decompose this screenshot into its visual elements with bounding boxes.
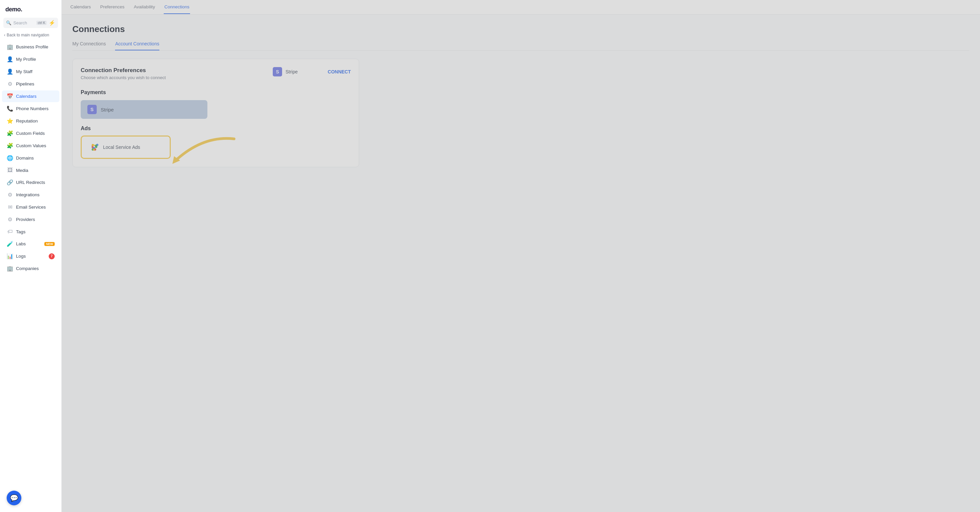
payments-stripe-name: Stripe — [101, 107, 114, 112]
sidebar-item-pipelines[interactable]: ⚙ Pipelines — [2, 78, 59, 90]
sidebar-item-label: Logs — [16, 254, 46, 259]
my-profile-icon: 👤 — [7, 56, 13, 62]
search-icon: 🔍 — [6, 20, 11, 26]
top-navigation-tabs: Calendars Preferences Availability Conne… — [62, 0, 980, 15]
labs-new-badge: new — [45, 242, 55, 246]
logs-icon: 📊 — [7, 253, 13, 259]
custom-values-icon: 🧩 — [7, 142, 13, 149]
sidebar-item-label: Tags — [16, 229, 55, 234]
sidebar-item-email-services[interactable]: ✉ Email Services — [2, 201, 59, 213]
page-content: Connections My Connections Account Conne… — [62, 15, 980, 512]
url-redirects-icon: 🔗 — [7, 179, 13, 185]
email-services-icon: ✉ — [7, 204, 13, 210]
connection-prefs-title: Connection Preferences — [81, 67, 166, 74]
sidebar-item-label: Custom Values — [16, 143, 55, 148]
sidebar-item-label: Reputation — [16, 118, 55, 123]
domains-icon: 🌐 — [7, 155, 13, 161]
sidebar-item-reputation[interactable]: ⭐ Reputation — [2, 115, 59, 127]
tab-preferences[interactable]: Preferences — [100, 0, 126, 14]
connect-button[interactable]: CONNECT — [328, 69, 351, 75]
sidebar-item-label: My Staff — [16, 69, 55, 74]
sidebar-item-logs[interactable]: 📊 Logs 7 — [2, 250, 59, 262]
sidebar-item-label: Integrations — [16, 192, 55, 197]
phone-numbers-icon: 📞 — [7, 105, 13, 112]
app-logo: demo. — [0, 0, 61, 16]
sub-navigation-tabs: My Connections Account Connections — [72, 41, 969, 51]
arrow-svg — [171, 132, 237, 172]
local-service-ads-label: Local Service Ads — [103, 145, 140, 150]
sub-tab-my-connections[interactable]: My Connections — [72, 41, 106, 50]
pipelines-icon: ⚙ — [7, 81, 13, 87]
sidebar-item-phone-numbers[interactable]: 📞 Phone Numbers — [2, 103, 59, 115]
search-placeholder: Search — [13, 20, 34, 26]
sidebar-item-media[interactable]: 🖼 Media — [2, 164, 59, 176]
search-shortcut: ctrl K — [37, 21, 47, 25]
payments-stripe-logo: S — [88, 105, 97, 114]
payments-stripe-card[interactable]: S Stripe — [81, 100, 207, 119]
sidebar-item-domains[interactable]: 🌐 Domains — [2, 152, 59, 164]
sidebar-item-my-staff[interactable]: 👤 My Staff — [2, 66, 59, 77]
back-nav-label: Back to main navigation — [7, 33, 49, 37]
stripe-connect-row: S Stripe CONNECT — [273, 67, 351, 77]
sidebar-item-my-profile[interactable]: 👤 My Profile — [2, 53, 59, 65]
tab-connections[interactable]: Connections — [164, 0, 190, 14]
tab-availability[interactable]: Availability — [133, 0, 156, 14]
sidebar-item-url-redirects[interactable]: 🔗 URL Redirects — [2, 177, 59, 188]
sidebar-item-tags[interactable]: 🏷 Tags — [2, 226, 59, 237]
integrations-icon: ⚙ — [7, 191, 13, 198]
custom-fields-icon: 🧩 — [7, 130, 13, 137]
reputation-icon: ⭐ — [7, 118, 13, 124]
sidebar-item-label: Companies — [16, 266, 55, 271]
sidebar-item-label: Email Services — [16, 204, 55, 210]
sidebar-item-business-profile[interactable]: 🏢 Business Profile — [2, 41, 59, 53]
sidebar-item-label: Phone Numbers — [16, 106, 55, 111]
connection-prefs-header: Connection Preferences Choose which acco… — [81, 67, 351, 80]
logs-count-badge: 7 — [49, 253, 55, 259]
page-title: Connections — [72, 24, 969, 34]
media-icon: 🖼 — [7, 167, 13, 173]
back-navigation[interactable]: ‹ Back to main navigation — [0, 31, 61, 39]
sidebar-item-label: Custom Fields — [16, 131, 55, 136]
labs-icon: 🧪 — [7, 241, 13, 247]
google-m-icon — [88, 142, 99, 153]
search-bar[interactable]: 🔍 Search ctrl K ⚡ — [3, 18, 58, 28]
sub-tab-account-connections[interactable]: Account Connections — [115, 41, 159, 50]
connection-prefs-desc: Choose which accounts you wish to connec… — [81, 75, 166, 80]
sidebar-item-label: Pipelines — [16, 81, 55, 86]
payments-label: Payments — [81, 89, 351, 96]
sidebar-item-label: Media — [16, 168, 55, 173]
sidebar-item-label: My Profile — [16, 57, 55, 62]
upgrade-icon[interactable]: ⚡ — [49, 20, 55, 26]
sidebar-item-labs[interactable]: 🧪 Labs new — [2, 238, 59, 250]
sidebar-item-custom-fields[interactable]: 🧩 Custom Fields — [2, 128, 59, 139]
ads-card-wrapper: Local Service Ads — [81, 136, 171, 159]
calendars-icon: 📅 — [7, 93, 13, 99]
companies-icon: 🏢 — [7, 265, 13, 272]
sidebar-item-integrations[interactable]: ⚙ Integrations — [2, 189, 59, 201]
back-arrow-icon: ‹ — [4, 33, 5, 37]
ads-section: Ads — [81, 126, 351, 159]
sidebar-item-label: Labs — [16, 241, 42, 246]
stripe-logo: S — [273, 67, 282, 77]
sidebar-item-companies[interactable]: 🏢 Companies — [2, 263, 59, 274]
sidebar-item-providers[interactable]: ⚙ Providers — [2, 214, 59, 225]
sidebar-item-label: Calendars — [16, 94, 55, 99]
providers-icon: ⚙ — [7, 216, 13, 223]
business-profile-icon: 🏢 — [7, 44, 13, 50]
stripe-label: Stripe — [285, 69, 298, 75]
sidebar-item-label: Providers — [16, 217, 55, 222]
sidebar-item-custom-values[interactable]: 🧩 Custom Values — [2, 140, 59, 152]
tab-calendars[interactable]: Calendars — [70, 0, 92, 14]
chat-bubble[interactable]: 💬 — [7, 491, 21, 505]
sidebar-item-label: URL Redirects — [16, 180, 55, 185]
connection-preferences-card: Connection Preferences Choose which acco… — [72, 59, 359, 167]
sidebar: demo. 🔍 Search ctrl K ⚡ ‹ Back to main n… — [0, 0, 62, 512]
payments-section: Payments S Stripe — [81, 89, 351, 119]
ads-label: Ads — [81, 126, 351, 131]
local-service-ads-card[interactable]: Local Service Ads — [81, 136, 171, 159]
sidebar-item-calendars[interactable]: 📅 Calendars — [2, 91, 59, 102]
tags-icon: 🏷 — [7, 229, 13, 234]
sidebar-item-label: Business Profile — [16, 45, 55, 49]
arrow-annotation — [171, 132, 237, 173]
my-staff-icon: 👤 — [7, 69, 13, 75]
